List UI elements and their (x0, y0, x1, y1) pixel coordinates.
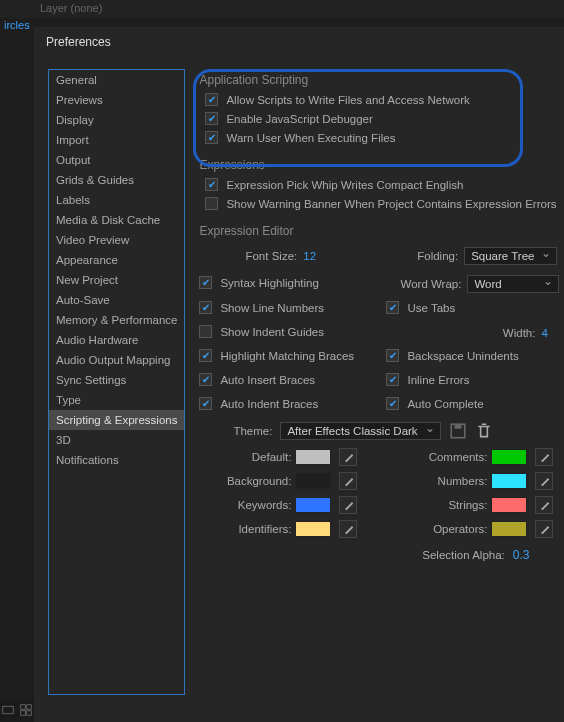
checkbox-use-tabs[interactable] (386, 301, 399, 314)
category-auto-save[interactable]: Auto-Save (49, 290, 184, 310)
swatch-background[interactable] (295, 473, 331, 489)
category-video-preview[interactable]: Video Preview (49, 230, 184, 250)
value-selection-alpha[interactable]: 0.3 (513, 548, 530, 562)
checkbox-inline-errors[interactable] (386, 373, 399, 386)
category-grids-guides[interactable]: Grids & Guides (49, 170, 184, 190)
eyedropper-operators[interactable] (535, 520, 553, 538)
swatch-numbers[interactable] (491, 473, 527, 489)
label-auto-insert-braces: Auto Insert Braces (220, 374, 315, 386)
checkbox-warn-executing-files[interactable] (205, 131, 218, 144)
settings-panel: Application Scripting Allow Scripts to W… (185, 69, 563, 712)
label-tab-width: Width: (503, 327, 536, 339)
category-sync-settings[interactable]: Sync Settings (49, 370, 184, 390)
save-theme-icon[interactable] (449, 422, 467, 440)
category-labels[interactable]: Labels (49, 190, 184, 210)
label-syntax-highlighting: Syntax Highlighting (220, 277, 318, 289)
eyedropper-background[interactable] (339, 472, 357, 490)
preferences-dialog: Preferences GeneralPreviewsDisplayImport… (34, 27, 564, 722)
eyedropper-identifiers[interactable] (339, 520, 357, 538)
label-indent-guides: Show Indent Guides (220, 326, 324, 338)
checkbox-auto-indent-braces[interactable] (199, 397, 212, 410)
eyedropper-keywords[interactable] (339, 496, 357, 514)
dropdown-theme[interactable]: After Effects Classic Dark (280, 422, 440, 440)
svg-rect-6 (27, 711, 32, 716)
category-appearance[interactable]: Appearance (49, 250, 184, 270)
category-audio-hardware[interactable]: Audio Hardware (49, 330, 184, 350)
label-enable-js-debugger: Enable JavaScript Debugger (226, 113, 372, 125)
label-color-default: Default: (199, 451, 291, 463)
category-type[interactable]: Type (49, 390, 184, 410)
checkbox-warning-banner[interactable] (205, 197, 218, 210)
category-sidebar: GeneralPreviewsDisplayImportOutputGrids … (48, 69, 185, 695)
label-warn-executing-files: Warn User When Executing Files (226, 132, 395, 144)
panel-icon[interactable] (20, 704, 32, 716)
category-import[interactable]: Import (49, 130, 184, 150)
checkbox-backspace-unindents[interactable] (386, 349, 399, 362)
eyedropper-comments[interactable] (535, 448, 553, 466)
label-theme: Theme: (233, 425, 272, 437)
swatch-comments[interactable] (491, 449, 527, 465)
category-3d[interactable]: 3D (49, 430, 184, 450)
label-line-numbers: Show Line Numbers (220, 302, 324, 314)
label-match-braces: Highlight Matching Braces (220, 350, 354, 362)
category-notifications[interactable]: Notifications (49, 450, 184, 470)
eyedropper-strings[interactable] (535, 496, 553, 514)
label-use-tabs: Use Tabs (407, 302, 455, 314)
delete-theme-icon[interactable] (475, 422, 493, 440)
swatch-strings[interactable] (491, 497, 527, 513)
section-title-app-scripting: Application Scripting (199, 73, 559, 87)
label-color-numbers: Numbers: (401, 475, 487, 487)
svg-rect-4 (27, 705, 32, 710)
label-pick-whip-compact: Expression Pick Whip Writes Compact Engl… (226, 179, 463, 191)
label-auto-complete: Auto Complete (407, 398, 483, 410)
checkbox-indent-guides[interactable] (199, 325, 212, 338)
checkbox-enable-js-debugger[interactable] (205, 112, 218, 125)
category-scripting-expressions[interactable]: Scripting & Expressions (49, 410, 184, 430)
section-title-expression-editor: Expression Editor (199, 224, 559, 238)
label-color-comments: Comments: (401, 451, 487, 463)
category-display[interactable]: Display (49, 110, 184, 130)
checkbox-allow-scripts-write[interactable] (205, 93, 218, 106)
label-color-keywords: Keywords: (199, 499, 291, 511)
section-title-expressions: Expressions (199, 158, 559, 172)
label-backspace-unindents: Backspace Unindents (407, 350, 518, 362)
dropdown-word-wrap[interactable]: Word (467, 275, 559, 293)
label-color-operators: Operators: (401, 523, 487, 535)
background-layer-label: Layer (none) (0, 0, 564, 18)
label-warning-banner: Show Warning Banner When Project Contain… (226, 198, 556, 210)
value-font-size[interactable]: 12 (303, 250, 321, 262)
label-color-identifiers: Identifiers: (199, 523, 291, 535)
swatch-operators[interactable] (491, 521, 527, 537)
eyedropper-numbers[interactable] (535, 472, 553, 490)
label-allow-scripts-write: Allow Scripts to Write Files and Access … (226, 94, 469, 106)
category-previews[interactable]: Previews (49, 90, 184, 110)
swatch-default[interactable] (295, 449, 331, 465)
swatch-identifiers[interactable] (295, 521, 331, 537)
eyedropper-default[interactable] (339, 448, 357, 466)
checkbox-auto-insert-braces[interactable] (199, 373, 212, 386)
swatch-keywords[interactable] (295, 497, 331, 513)
svg-rect-5 (21, 711, 26, 716)
svg-rect-1 (454, 424, 461, 429)
value-tab-width[interactable]: 4 (541, 327, 559, 339)
dialog-title: Preferences (34, 27, 564, 55)
label-color-background: Background: (199, 475, 291, 487)
label-color-strings: Strings: (401, 499, 487, 511)
category-media-disk-cache[interactable]: Media & Disk Cache (49, 210, 184, 230)
category-audio-output-mapping[interactable]: Audio Output Mapping (49, 350, 184, 370)
background-panel-icons (0, 698, 34, 722)
panel-icon[interactable] (2, 704, 14, 716)
checkbox-line-numbers[interactable] (199, 301, 212, 314)
checkbox-match-braces[interactable] (199, 349, 212, 362)
category-output[interactable]: Output (49, 150, 184, 170)
checkbox-syntax-highlighting[interactable] (199, 276, 212, 289)
dropdown-folding[interactable]: Square Tree (464, 247, 557, 265)
checkbox-pick-whip-compact[interactable] (205, 178, 218, 191)
checkbox-auto-complete[interactable] (386, 397, 399, 410)
category-memory-performance[interactable]: Memory & Performance (49, 310, 184, 330)
label-inline-errors: Inline Errors (407, 374, 469, 386)
svg-rect-2 (3, 706, 14, 714)
svg-rect-3 (21, 705, 26, 710)
category-new-project[interactable]: New Project (49, 270, 184, 290)
category-general[interactable]: General (49, 70, 184, 90)
